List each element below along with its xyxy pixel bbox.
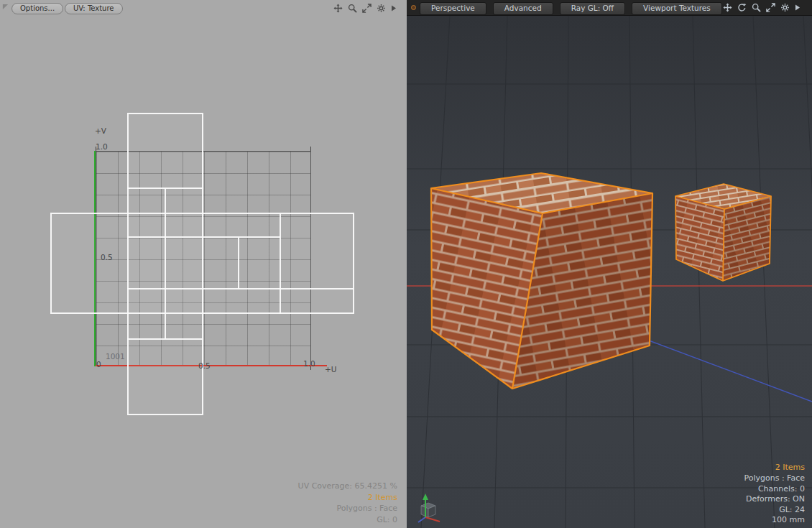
options-button[interactable]: Options...: [11, 3, 63, 14]
uv-tick-label-origin: 0: [96, 360, 101, 369]
vp-polygons-text: Polygons : Face: [744, 473, 805, 484]
maximize-icon[interactable]: [766, 3, 775, 12]
app-window: { "left_panel": { "toolbar": { "options"…: [0, 0, 812, 528]
perspective-button[interactable]: Perspective: [420, 2, 486, 15]
vp-grid-size-text: 100 mm: [744, 515, 805, 526]
panel-corner-handle[interactable]: [2, 4, 9, 10]
vp-channels-text: Channels: 0: [744, 484, 805, 495]
gear-icon[interactable]: [780, 3, 790, 12]
u-axis-label: +U: [325, 365, 336, 374]
viewport-header: Perspective Advanced Ray GL: Off Viewpor…: [407, 0, 812, 16]
uv-polygons-text: Polygons : Face: [298, 503, 397, 514]
v-axis-label: +V: [95, 126, 106, 135]
maximize-icon[interactable]: [362, 4, 372, 13]
gear-icon[interactable]: [377, 4, 386, 13]
zoom-icon[interactable]: [348, 4, 357, 13]
uv-shell-edge[interactable]: [280, 213, 281, 314]
vp-gl-text: GL: 24: [744, 505, 805, 516]
uv-tick-label-midleft: 0.5: [101, 253, 113, 261]
viewport-menu-dot[interactable]: [411, 5, 416, 10]
uv-tick-label-top: 1.0: [96, 142, 108, 151]
viewport-3d-panel: Perspective Advanced Ray GL: Off Viewpor…: [407, 0, 812, 528]
zoom-icon[interactable]: [752, 3, 761, 12]
uv-shell-edge[interactable]: [127, 236, 280, 238]
move-icon[interactable]: [333, 4, 343, 13]
uv-items-text: 2 Items: [298, 492, 397, 504]
panel-arrow-icon[interactable]: [795, 4, 801, 11]
advanced-button[interactable]: Advanced: [493, 2, 553, 15]
panel-arrow-icon[interactable]: [391, 4, 397, 12]
vp-items-text: 2 Items: [744, 463, 805, 473]
uv-tick-label-midbottom: 0.5: [198, 361, 211, 370]
uv-tick-label-right: 1.0: [303, 359, 315, 368]
udim-label: 1001: [106, 352, 125, 361]
viewport-textures-button[interactable]: Viewport Textures: [632, 2, 722, 15]
uv-shell-horizontal-band[interactable]: [50, 213, 354, 314]
tick-mark: [310, 147, 311, 151]
uv-status-block: UV Coverage: 65.4251 % 2 Items Polygons …: [298, 481, 397, 525]
uv-gl-text: GL: 0: [298, 514, 397, 526]
uv-shell-edge[interactable]: [165, 188, 166, 339]
viewport-buttons: Perspective Advanced Ray GL: Off Viewpor…: [420, 2, 722, 15]
uv-shell-edge[interactable]: [238, 237, 239, 289]
ray-gl-button[interactable]: Ray GL: Off: [560, 2, 625, 15]
viewport-toolbar-icons: [723, 3, 801, 12]
viewport-status-block: 2 Items Polygons : Face Channels: 0 Defo…: [744, 463, 805, 526]
rotate-icon[interactable]: [737, 3, 747, 12]
move-icon[interactable]: [723, 3, 732, 12]
uv-shell-edge[interactable]: [127, 288, 354, 290]
vp-deformers-text: Deformers: ON: [744, 494, 805, 505]
uv-editor-panel: Options... UV: Texture +V 1.0 0.5 0 1001…: [0, 0, 407, 528]
uv-texture-button[interactable]: UV: Texture: [65, 3, 123, 14]
viewport-3d[interactable]: [407, 16, 812, 528]
uv-toolbar-icons: [333, 4, 397, 13]
uv-coverage-text: UV Coverage: 65.4251 %: [298, 481, 397, 492]
